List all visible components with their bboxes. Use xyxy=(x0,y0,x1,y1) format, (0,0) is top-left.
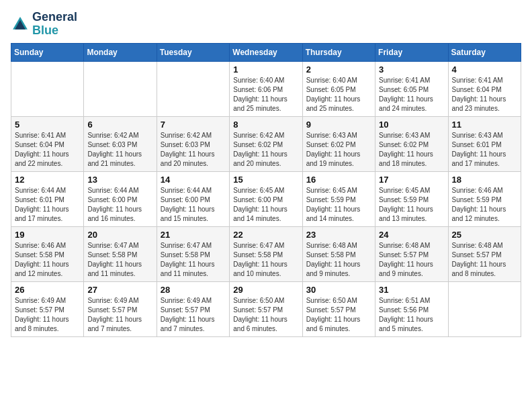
calendar-cell: 18Sunrise: 6:46 AM Sunset: 5:59 PM Dayli… xyxy=(448,171,521,226)
day-info: Sunrise: 6:41 AM Sunset: 6:04 PM Dayligh… xyxy=(15,131,80,169)
calendar-cell: 10Sunrise: 6:43 AM Sunset: 6:02 PM Dayli… xyxy=(375,116,448,171)
day-info: Sunrise: 6:43 AM Sunset: 6:02 PM Dayligh… xyxy=(306,131,371,169)
day-info: Sunrise: 6:49 AM Sunset: 5:57 PM Dayligh… xyxy=(161,296,226,334)
calendar-cell: 11Sunrise: 6:43 AM Sunset: 6:01 PM Dayli… xyxy=(448,116,521,171)
day-number: 2 xyxy=(306,64,371,75)
calendar-cell xyxy=(157,61,229,116)
day-info: Sunrise: 6:48 AM Sunset: 5:57 PM Dayligh… xyxy=(452,241,517,279)
calendar-cell: 13Sunrise: 6:44 AM Sunset: 6:00 PM Dayli… xyxy=(84,171,157,226)
day-number: 15 xyxy=(233,175,298,185)
weekday-header-cell: Friday xyxy=(375,43,448,61)
calendar-week-row: 12Sunrise: 6:44 AM Sunset: 6:01 PM Dayli… xyxy=(11,171,521,226)
day-number: 3 xyxy=(379,64,444,75)
day-number: 25 xyxy=(452,230,517,240)
day-info: Sunrise: 6:43 AM Sunset: 6:01 PM Dayligh… xyxy=(452,131,517,169)
day-number: 12 xyxy=(15,175,80,185)
logo: General Blue xyxy=(11,11,77,38)
weekday-header-cell: Wednesday xyxy=(230,43,302,61)
calendar-cell: 28Sunrise: 6:49 AM Sunset: 5:57 PM Dayli… xyxy=(157,281,229,336)
day-number: 24 xyxy=(379,230,444,240)
day-number: 18 xyxy=(452,175,517,185)
calendar-cell xyxy=(11,61,84,116)
calendar-cell: 19Sunrise: 6:46 AM Sunset: 5:58 PM Dayli… xyxy=(11,226,84,281)
day-number: 10 xyxy=(379,120,444,130)
day-number: 21 xyxy=(161,230,226,240)
weekday-header-row: SundayMondayTuesdayWednesdayThursdayFrid… xyxy=(11,43,521,61)
day-number: 30 xyxy=(306,285,371,295)
weekday-header-cell: Monday xyxy=(84,43,157,61)
day-number: 27 xyxy=(87,285,152,295)
day-number: 29 xyxy=(233,285,298,295)
day-number: 7 xyxy=(161,120,226,130)
day-info: Sunrise: 6:40 AM Sunset: 6:06 PM Dayligh… xyxy=(233,76,298,113)
calendar-cell: 30Sunrise: 6:50 AM Sunset: 5:57 PM Dayli… xyxy=(302,281,375,336)
calendar-cell: 4Sunrise: 6:41 AM Sunset: 6:04 PM Daylig… xyxy=(448,61,521,116)
calendar-cell: 6Sunrise: 6:42 AM Sunset: 6:03 PM Daylig… xyxy=(84,116,157,171)
day-info: Sunrise: 6:44 AM Sunset: 6:01 PM Dayligh… xyxy=(15,186,80,224)
day-info: Sunrise: 6:45 AM Sunset: 5:59 PM Dayligh… xyxy=(379,186,444,224)
day-info: Sunrise: 6:46 AM Sunset: 5:59 PM Dayligh… xyxy=(452,186,517,224)
day-info: Sunrise: 6:51 AM Sunset: 5:56 PM Dayligh… xyxy=(379,296,444,334)
day-number: 8 xyxy=(233,120,298,130)
day-number: 26 xyxy=(15,285,80,295)
calendar-cell: 17Sunrise: 6:45 AM Sunset: 5:59 PM Dayli… xyxy=(375,171,448,226)
day-number: 16 xyxy=(306,175,371,185)
calendar-cell: 20Sunrise: 6:47 AM Sunset: 5:58 PM Dayli… xyxy=(84,226,157,281)
day-info: Sunrise: 6:45 AM Sunset: 5:59 PM Dayligh… xyxy=(306,186,371,224)
calendar-cell xyxy=(448,281,521,336)
day-info: Sunrise: 6:48 AM Sunset: 5:58 PM Dayligh… xyxy=(306,241,371,279)
calendar-cell: 7Sunrise: 6:42 AM Sunset: 6:03 PM Daylig… xyxy=(157,116,229,171)
day-number: 23 xyxy=(306,230,371,240)
calendar-cell: 23Sunrise: 6:48 AM Sunset: 5:58 PM Dayli… xyxy=(302,226,375,281)
day-number: 22 xyxy=(233,230,298,240)
weekday-header-cell: Tuesday xyxy=(157,43,229,61)
day-info: Sunrise: 6:46 AM Sunset: 5:58 PM Dayligh… xyxy=(15,241,80,279)
calendar-body: 1Sunrise: 6:40 AM Sunset: 6:06 PM Daylig… xyxy=(11,61,521,336)
calendar-week-row: 1Sunrise: 6:40 AM Sunset: 6:06 PM Daylig… xyxy=(11,61,521,116)
day-number: 6 xyxy=(87,120,152,130)
day-info: Sunrise: 6:42 AM Sunset: 6:03 PM Dayligh… xyxy=(87,131,152,169)
day-number: 31 xyxy=(379,285,444,295)
calendar-cell: 3Sunrise: 6:41 AM Sunset: 6:05 PM Daylig… xyxy=(375,61,448,116)
day-number: 4 xyxy=(452,64,517,75)
logo-icon xyxy=(11,15,30,34)
day-info: Sunrise: 6:47 AM Sunset: 5:58 PM Dayligh… xyxy=(161,241,226,279)
day-info: Sunrise: 6:41 AM Sunset: 6:04 PM Dayligh… xyxy=(452,76,517,113)
calendar-cell: 1Sunrise: 6:40 AM Sunset: 6:06 PM Daylig… xyxy=(230,61,302,116)
weekday-header-cell: Thursday xyxy=(302,43,375,61)
day-info: Sunrise: 6:43 AM Sunset: 6:02 PM Dayligh… xyxy=(379,131,444,169)
day-number: 5 xyxy=(15,120,80,130)
day-info: Sunrise: 6:42 AM Sunset: 6:02 PM Dayligh… xyxy=(233,131,298,169)
calendar-cell: 26Sunrise: 6:49 AM Sunset: 5:57 PM Dayli… xyxy=(11,281,84,336)
day-number: 14 xyxy=(161,175,226,185)
calendar-cell: 9Sunrise: 6:43 AM Sunset: 6:02 PM Daylig… xyxy=(302,116,375,171)
calendar-cell xyxy=(84,61,157,116)
weekday-header-cell: Saturday xyxy=(448,43,521,61)
calendar-cell: 25Sunrise: 6:48 AM Sunset: 5:57 PM Dayli… xyxy=(448,226,521,281)
calendar-week-row: 19Sunrise: 6:46 AM Sunset: 5:58 PM Dayli… xyxy=(11,226,521,281)
calendar-cell: 2Sunrise: 6:40 AM Sunset: 6:05 PM Daylig… xyxy=(302,61,375,116)
day-info: Sunrise: 6:40 AM Sunset: 6:05 PM Dayligh… xyxy=(306,76,371,113)
day-number: 20 xyxy=(87,230,152,240)
day-number: 13 xyxy=(87,175,152,185)
day-info: Sunrise: 6:41 AM Sunset: 6:05 PM Dayligh… xyxy=(379,76,444,113)
calendar-week-row: 5Sunrise: 6:41 AM Sunset: 6:04 PM Daylig… xyxy=(11,116,521,171)
calendar-cell: 12Sunrise: 6:44 AM Sunset: 6:01 PM Dayli… xyxy=(11,171,84,226)
day-info: Sunrise: 6:49 AM Sunset: 5:57 PM Dayligh… xyxy=(15,296,80,334)
day-info: Sunrise: 6:47 AM Sunset: 5:58 PM Dayligh… xyxy=(87,241,152,279)
weekday-header-cell: Sunday xyxy=(11,43,84,61)
calendar-cell: 24Sunrise: 6:48 AM Sunset: 5:57 PM Dayli… xyxy=(375,226,448,281)
calendar-cell: 21Sunrise: 6:47 AM Sunset: 5:58 PM Dayli… xyxy=(157,226,229,281)
day-info: Sunrise: 6:44 AM Sunset: 6:00 PM Dayligh… xyxy=(87,186,152,224)
day-info: Sunrise: 6:50 AM Sunset: 5:57 PM Dayligh… xyxy=(233,296,298,334)
page-header: General Blue xyxy=(11,11,521,38)
day-info: Sunrise: 6:49 AM Sunset: 5:57 PM Dayligh… xyxy=(87,296,152,334)
day-info: Sunrise: 6:47 AM Sunset: 5:58 PM Dayligh… xyxy=(233,241,298,279)
calendar-cell: 16Sunrise: 6:45 AM Sunset: 5:59 PM Dayli… xyxy=(302,171,375,226)
logo-text: General Blue xyxy=(32,11,77,38)
calendar-cell: 31Sunrise: 6:51 AM Sunset: 5:56 PM Dayli… xyxy=(375,281,448,336)
day-number: 1 xyxy=(233,64,298,75)
day-number: 9 xyxy=(306,120,371,130)
day-number: 11 xyxy=(452,120,517,130)
day-info: Sunrise: 6:48 AM Sunset: 5:57 PM Dayligh… xyxy=(379,241,444,279)
